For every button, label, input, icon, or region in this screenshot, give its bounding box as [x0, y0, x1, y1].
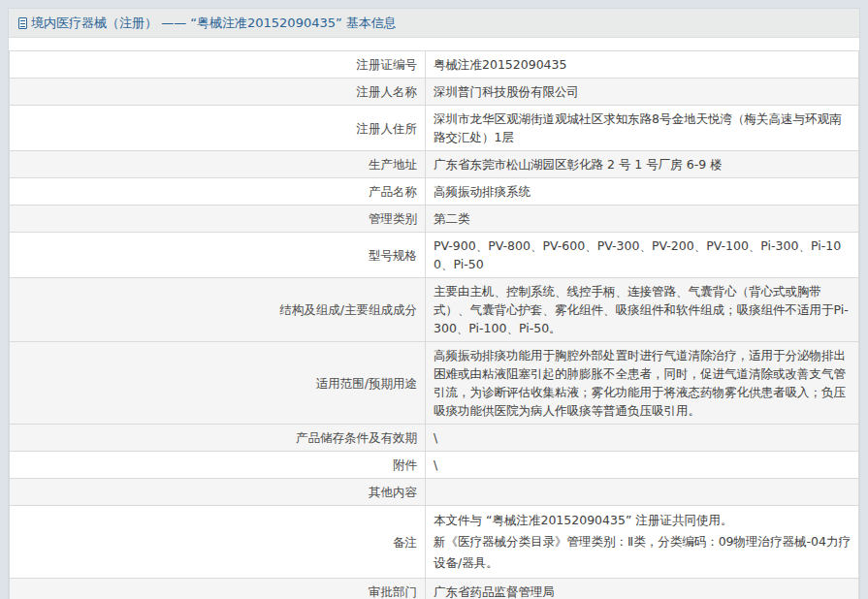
row-value: 第二类	[426, 205, 859, 233]
row-label: 其他内容	[10, 479, 426, 506]
record-panel: 境内医疗器械（注册） —— “粤械注准20152090435” 基本信息 注册证…	[8, 8, 860, 599]
row-value: 本文件与 “粤械注准20152090435” 注册证共同使用。新《医疗器械分类目…	[426, 506, 859, 579]
table-row: 附件\	[10, 452, 859, 479]
table-row: 结构及组成/主要组成成分主要由主机、控制系统、线控手柄、连接管路、气囊背心（背心…	[10, 278, 859, 342]
row-label: 备注	[10, 506, 426, 579]
row-label: 审批部门	[10, 579, 426, 599]
row-value: 主要由主机、控制系统、线控手柄、连接管路、气囊背心（背心式或胸带式）、气囊背心护…	[426, 278, 859, 342]
table-row: 产品名称高频振动排痰系统	[10, 178, 859, 205]
row-label: 注册证编号	[10, 51, 426, 79]
row-value	[426, 479, 859, 506]
row-value: 高频振动排痰系统	[426, 178, 859, 205]
info-table-body: 注册证编号粤械注准20152090435注册人名称深圳普门科技股份有限公司注册人…	[10, 51, 859, 599]
row-label: 注册人名称	[10, 79, 426, 106]
table-row: 注册证编号粤械注准20152090435	[10, 51, 859, 79]
row-label: 附件	[10, 452, 426, 479]
table-row: 其他内容	[10, 479, 859, 506]
row-label: 管理类别	[10, 205, 426, 233]
row-label: 生产地址	[10, 151, 426, 178]
row-label: 产品名称	[10, 178, 426, 205]
page-header: 境内医疗器械（注册） —— “粤械注准20152090435” 基本信息	[9, 9, 859, 38]
table-row: 型号规格PV-900、PV-800、PV-600、PV-300、PV-200、P…	[10, 233, 859, 278]
row-label: 型号规格	[10, 233, 426, 278]
row-label: 适用范围/预期用途	[10, 342, 426, 425]
row-label: 注册人住所	[10, 106, 426, 151]
table-row: 审批部门广东省药品监督管理局	[10, 579, 859, 599]
table-row: 产品储存条件及有效期\	[10, 425, 859, 452]
remark-line: 本文件与 “粤械注准20152090435” 注册证共同使用。	[434, 510, 851, 531]
row-value: 深圳普门科技股份有限公司	[426, 79, 859, 106]
table-row: 注册人住所深圳市龙华区观湖街道观城社区求知东路8号金地天悦湾（梅关高速与环观南路…	[10, 106, 859, 151]
row-value: 广东省药品监督管理局	[426, 579, 859, 599]
row-label: 产品储存条件及有效期	[10, 425, 426, 452]
row-value: 粤械注准20152090435	[426, 51, 859, 79]
row-value: PV-900、PV-800、PV-600、PV-300、PV-200、PV-10…	[426, 233, 859, 278]
remark-line: 新《医疗器械分类目录》管理类别：Ⅱ类，分类编码：09物理治疗器械-04力疗设备/…	[434, 531, 851, 574]
row-value: 广东省东莞市松山湖园区彰化路 2 号 1 号厂房 6-9 楼	[426, 151, 859, 178]
table-row: 生产地址广东省东莞市松山湖园区彰化路 2 号 1 号厂房 6-9 楼	[10, 151, 859, 178]
document-icon	[18, 17, 27, 29]
row-value: \	[426, 452, 859, 479]
table-row: 备注本文件与 “粤械注准20152090435” 注册证共同使用。新《医疗器械分…	[10, 506, 859, 579]
table-row: 注册人名称深圳普门科技股份有限公司	[10, 79, 859, 106]
table-row: 管理类别第二类	[10, 205, 859, 233]
row-value: 深圳市龙华区观湖街道观城社区求知东路8号金地天悦湾（梅关高速与环观南路交汇处）1…	[426, 106, 859, 151]
table-row: 适用范围/预期用途高频振动排痰功能用于胸腔外部处置时进行气道清除治疗，适用于分泌…	[10, 342, 859, 425]
row-label: 结构及组成/主要组成成分	[10, 278, 426, 342]
page-title: 境内医疗器械（注册） —— “粤械注准20152090435” 基本信息	[31, 15, 397, 32]
row-value: \	[426, 425, 859, 452]
registration-info-table: 注册证编号粤械注准20152090435注册人名称深圳普门科技股份有限公司注册人…	[9, 50, 859, 599]
row-value: 高频振动排痰功能用于胸腔外部处置时进行气道清除治疗，适用于分泌物排出困难或由粘液…	[426, 342, 859, 425]
